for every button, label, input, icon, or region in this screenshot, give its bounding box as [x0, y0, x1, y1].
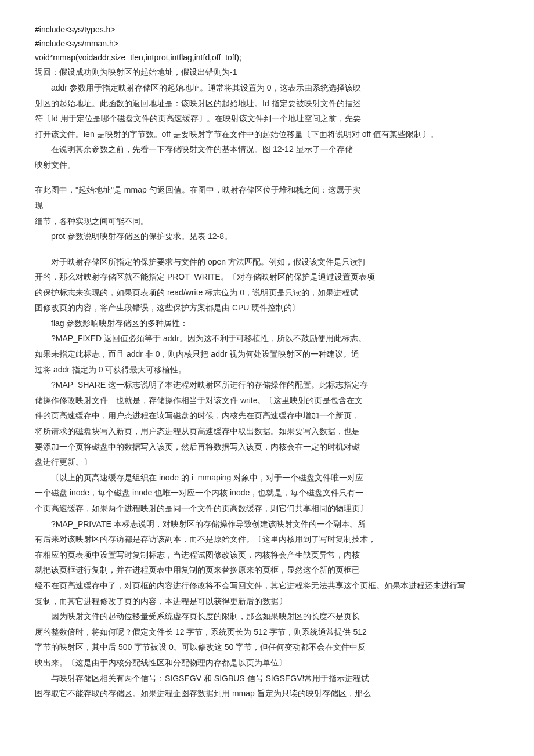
body-text: 映出来。〔这是由于内核分配线性区和分配物理内存都是以页为单位〕 — [35, 655, 499, 671]
body-text: prot 参数说明映射存储区的保护要求。见表 12-8。 — [35, 229, 499, 244]
body-text: ?MAP_PRIVATE 本标志说明，对映射区的存储操作导致创建该映射文件的一个… — [35, 516, 499, 532]
body-text: 复制，而其它进程修改了页的内容，本进程是可以获得更新后的数据〕 — [35, 594, 499, 609]
blank-line — [35, 244, 499, 254]
body-text: 映射文件。 — [35, 157, 499, 173]
body-text: 在相应的页表项中设置写时复制标志，当进程试图修改该页，内核将会产生缺页异常，内核 — [35, 547, 499, 563]
blank-line — [35, 173, 499, 183]
body-text: 个页高速缓存，如果两个进程映射的是同一个文件的页高数缓存，则它们共享相同的物理页… — [35, 501, 499, 516]
body-text: 图修改页的内容，将产生段错误，这些保护方案都是由 CPU 硬件控制的〕 — [35, 300, 499, 316]
body-text: 要添加一个页将磁盘中的数据写入该页，然后再将数据写入该页，内核会在一定的时机对磁 — [35, 439, 499, 455]
body-text: 细节，各种实现之间可能不同。 — [35, 214, 499, 229]
body-text: 有后来对该映射区的存访都是存访该副本，而不是原始文件。〔这里内核用到了写时复制技… — [35, 531, 499, 547]
body-text: 件的页高速缓存中，用户态进程在读写磁盘的时候，内核先在页高速缓存中增加一个新页， — [35, 408, 499, 424]
body-text: 将所请求的磁盘块写入新页，用户态进程从页高速缓存中取出数据。如果要写入数据，也是 — [35, 424, 499, 439]
body-text: 经不在页高速缓存中了，对页框的内容进行修改将不会写回文件，其它进程将无法共享这个… — [35, 578, 499, 594]
body-text: 因为映射文件的起动位移量受系统虚存页长度的限制，那么如果映射区的长度不是页长 — [35, 609, 499, 624]
body-text: 的保护标志来实现的，如果页表项的 read/write 标志位为 0，说明页是只… — [35, 285, 499, 301]
body-text: 与映射存储区相关有两个信号：SIGSEGV 和 SIGBUS 信号 SIGSEG… — [35, 671, 499, 686]
body-text: 射区的起始地址。此函数的返回地址是：该映射区的起始地址。fd 指定要被映射文件的… — [35, 96, 499, 111]
body-text: 现 — [35, 198, 499, 214]
code-line-2: #include<sys/mman.h> — [35, 37, 499, 51]
body-text: 如果未指定此标志，而且 addr 非 0，则内核只把 addr 视为何处设置映射… — [35, 346, 499, 362]
body-text: 过将 addr 指定为 0 可获得最大可移植性。 — [35, 362, 499, 378]
body-text: 在说明其余参数之前，先看一下存储映射文件的基本情况。图 12-12 显示了一个存… — [35, 142, 499, 157]
body-text: 打开该文件。len 是映射的字节数。off 是要映射字节在文件中的起始位移量〔下… — [35, 126, 499, 142]
body-text: 开的，那么对映射存储区就不能指定 PROT_WRITE。〔对存储映射区的保护是通… — [35, 269, 499, 285]
body-text: addr 参数用于指定映射存储区的起始地址。通常将其设置为 0，这表示由系统选择… — [35, 80, 499, 96]
code-line-3: void*mmap(voidaddr,size_tlen,intprot,int… — [35, 51, 499, 65]
code-line-1: #include<sys/types.h> — [35, 23, 499, 37]
body-text: ?MAP_SHARE 这一标志说明了本进程对映射区所进行的存储操作的配置。此标志… — [35, 377, 499, 393]
body-text: 图存取它不能存取的存储区。如果进程企图存数据到用 mmap 旨定为只读的映射存储… — [35, 686, 499, 701]
body-text: 字节的映射区，其中后 500 字节被设 0。可以修改这 50 字节，但任何变动都… — [35, 639, 499, 655]
body-text: 返回：假设成功则为映射区的起始地址，假设出错则为-1 — [35, 64, 499, 80]
body-text: 度的整数倍时，将如何呢？假定文件长 12 字节，系统页长为 512 字节，则系统… — [35, 624, 499, 640]
body-text: 一个磁盘 inode，每个磁盘 inode 也唯一对应一个内核 inode，也就… — [35, 485, 499, 501]
body-text: 对于映射存储区所指定的保护要求与文件的 open 方法匹配。例如，假设该文件是只… — [35, 254, 499, 270]
body-text: 盘进行更新。〕 — [35, 454, 499, 470]
body-text: flag 参数影响映射存储区的多种属性： — [35, 316, 499, 331]
body-text: 储操作修改映射文件—也就是，存储操作相当于对该文件 write。〔这里映射的页是… — [35, 393, 499, 408]
body-text: ?MAP_FIXED 返回值必须等于 addr。因为这不利于可移植性，所以不鼓励… — [35, 331, 499, 346]
body-text: 符〔fd 用于定位是哪个磁盘文件的页高速缓存〕。在映射该文件到一个地址空间之前，… — [35, 111, 499, 126]
body-text: 〔以上的页高速缓存是组织在 inode 的 i_mmaping 对象中，对于一个… — [35, 470, 499, 486]
body-text: 就把该页框进行复制，并在进程页表中用复制的页来替换原来的页框，显然这个新的页框已 — [35, 562, 499, 578]
body-text: 在此图中，"起始地址"是 mmap 勺返回值。在图中，映射存储区位于堆和栈之间：… — [35, 182, 499, 198]
